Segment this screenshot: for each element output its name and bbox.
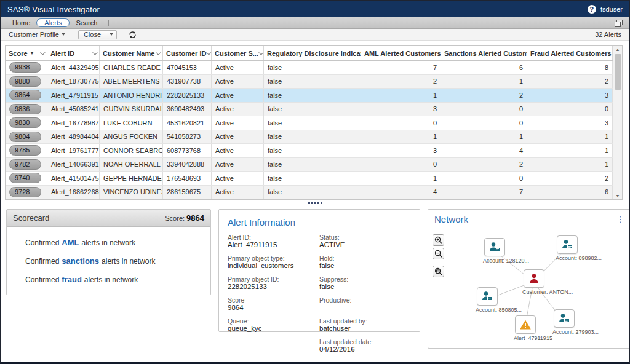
cell-alert_id: Alert_18730775 — [47, 75, 100, 89]
nav-item-home[interactable]: Home — [6, 18, 36, 27]
column-header-sanctions-alerted-customers[interactable]: Sanctions Alerted Customers — [441, 46, 527, 60]
account-node-icon — [554, 309, 575, 328]
table-row[interactable]: 9864Alert_47911915ANTONIO HENDRICK228202… — [6, 89, 613, 103]
column-menu-icon[interactable] — [207, 50, 212, 55]
cell-customer_id: 286159675 — [163, 186, 212, 199]
cell-regulatory: false — [264, 103, 361, 116]
score-badge: 9830 — [9, 117, 41, 128]
column-label: Customer ID — [166, 50, 206, 57]
cell-customer_name: ABEL MEERTENS — [100, 75, 163, 89]
cell-regulatory: false — [264, 75, 361, 89]
nav-item-search[interactable]: Search — [70, 18, 103, 27]
cell-aml: 4 — [361, 186, 441, 199]
column-menu-icon[interactable] — [40, 50, 45, 55]
cell-regulatory: false — [264, 186, 361, 199]
field-label: Alert ID: — [228, 234, 319, 241]
panel-splitter-handle[interactable] — [1, 202, 629, 204]
rule-prefix: Confirmed — [25, 257, 59, 266]
table-row[interactable]: 9804Alert_48984404ANGUS FOCKEN541058273A… — [6, 130, 613, 144]
zoom-fit-icon — [434, 267, 442, 275]
cell-customer_name: ANTONIO HENDRICK — [100, 89, 163, 102]
column-menu-icon[interactable] — [258, 50, 263, 55]
cell-customer_name: GEPPE HERNÁDEZ — [100, 172, 163, 185]
column-label: Regulatory Disclosure Indicator — [267, 50, 361, 57]
cell-customer_id: 608773768 — [163, 144, 212, 157]
cell-sanctions: 4 — [441, 144, 527, 157]
score-badge: 9740 — [9, 173, 41, 183]
network-node-acct4[interactable]: Account: 279903... — [552, 309, 576, 335]
network-node-alert[interactable]: Alert_47911915 — [514, 315, 537, 341]
cell-customer_id: 176548693 — [163, 172, 212, 185]
cell-alert_id: Alert_16778987 — [47, 116, 100, 130]
zoom-out-button[interactable] — [433, 248, 444, 259]
column-label: Fraud Alerted Customers — [530, 50, 612, 57]
zoom-fit-button[interactable] — [433, 266, 444, 277]
info-field: Hold:false — [319, 255, 411, 270]
cell-sanctions: 6 — [441, 61, 527, 74]
rule-suffix: alerts in network — [102, 257, 155, 266]
alerts-toolbar: Customer Profile Close 32 Alerts — [1, 29, 629, 41]
help-icon[interactable]: ? — [588, 5, 596, 14]
alert-node-icon — [515, 315, 536, 334]
close-dropdown-toggle[interactable] — [106, 31, 116, 39]
network-node-acct3[interactable]: Account: 850805... — [476, 287, 499, 313]
zoom-out-icon — [434, 250, 442, 258]
zoom-in-button[interactable] — [433, 234, 444, 246]
close-button[interactable]: Close — [79, 31, 106, 39]
cell-fraud: 1 — [527, 144, 613, 157]
column-header-customer-name[interactable]: Customer Name — [100, 46, 163, 60]
column-menu-icon[interactable] — [92, 50, 97, 55]
account-node-icon — [477, 287, 498, 306]
column-header-customer-s-[interactable]: Customer S... — [212, 46, 264, 60]
info-field: Last updated by:batchuser — [319, 317, 411, 333]
field-label: Suppress: — [319, 275, 411, 283]
alert-count: 32 Alerts — [595, 31, 624, 38]
field-value: 9864 — [228, 304, 319, 312]
cell-customer_name: ANGUS FOCKEN — [100, 130, 163, 144]
scorecard-rule-line: ConfirmedAMLalerts in network — [25, 238, 210, 247]
column-header-fraud-alerted-customers[interactable]: Fraud Alerted Customers — [527, 46, 613, 60]
table-row[interactable]: 9785Alert_19761777CONNOR SEABROOK6087737… — [6, 144, 613, 158]
table-row[interactable]: 9830Alert_16778987LUKE COBURN4531620821A… — [6, 116, 613, 130]
overflow-menu-icon[interactable]: ⋮ — [616, 216, 624, 223]
table-row[interactable]: 9728Alert_16862268VINCENZO UDINESE286159… — [6, 186, 613, 200]
table-row[interactable]: 9836Alert_45085241GUDVIN SKURDAL36904824… — [6, 103, 613, 117]
network-node-acct2[interactable]: Account: 898982... — [556, 235, 579, 261]
cell-score: 9836 — [6, 103, 47, 116]
scroll-up-icon[interactable]: ▲ — [613, 47, 622, 52]
score-badge: 9938 — [9, 62, 41, 73]
table-row[interactable]: 9782Alert_14066391NOAH OFERRALL339404288… — [6, 158, 613, 172]
column-header-regulatory-disclosure-indicator[interactable]: Regulatory Disclosure Indicator — [264, 46, 361, 60]
table-row[interactable]: 9880Alert_18730775ABEL MEERTENS431907738… — [6, 75, 613, 89]
scroll-down-icon[interactable]: ▼ — [613, 194, 622, 198]
column-menu-icon[interactable] — [156, 50, 161, 55]
network-node-acct1[interactable]: Account: 128120... — [483, 238, 506, 264]
column-header-score[interactable]: Score▼ — [6, 46, 47, 60]
cell-aml: 2 — [361, 75, 441, 89]
column-header-alert-id[interactable]: Alert ID — [47, 46, 100, 60]
info-field: Alert ID:Alert_47911915 — [228, 234, 319, 249]
network-node-cust[interactable]: Customer: ANTON... — [522, 269, 546, 295]
table-row[interactable]: 9938Alert_44329495CHARLES READE47045153A… — [6, 61, 613, 75]
column-label: Customer Name — [103, 50, 154, 57]
scrollbar-thumb[interactable] — [615, 54, 621, 90]
column-header-aml-alerted-customers[interactable]: AML Alerted Customers — [361, 46, 441, 60]
customer-profile-dropdown[interactable]: Customer Profile — [6, 31, 68, 38]
refresh-button[interactable] — [127, 31, 138, 39]
scorecard-rule-line: Confirmedfraudalerts in network — [25, 275, 210, 284]
cell-fraud: 6 — [527, 186, 613, 199]
column-header-customer-id[interactable]: Customer ID — [163, 46, 212, 60]
vertical-scrollbar[interactable]: ▲ ▼ — [613, 46, 622, 199]
field-value: batchuser — [319, 325, 411, 333]
duplicate-window-icon[interactable] — [615, 20, 621, 26]
nav-divider — [108, 20, 109, 26]
alert-info-left-column: Alert ID:Alert_47911915Primary object ty… — [228, 234, 319, 359]
table-row[interactable]: 9740Alert_41501475GEPPE HERNÁDEZ17654869… — [6, 172, 613, 186]
username[interactable]: fsduser — [600, 6, 623, 13]
field-value: false — [319, 283, 411, 291]
column-label: Sanctions Alerted Customers — [444, 50, 527, 57]
nav-item-alerts[interactable]: Alerts — [36, 18, 70, 27]
field-label: Queue: — [228, 317, 319, 325]
cell-customer_name: CHARLES READE — [100, 61, 163, 74]
cell-score: 9864 — [6, 89, 47, 102]
